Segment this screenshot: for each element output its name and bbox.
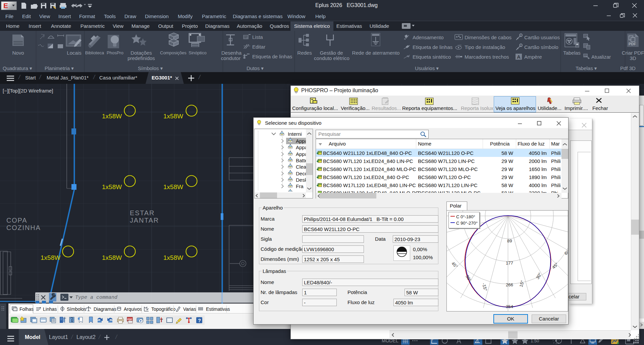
svg-text:1x58W: 1x58W: [102, 183, 122, 190]
svg-text:30°: 30°: [465, 274, 472, 282]
svg-text:15°: 15°: [519, 280, 525, 288]
svg-text:266: 266: [506, 282, 513, 287]
svg-text:JANTAR: JANTAR: [130, 217, 159, 224]
svg-text:PDF: PDF: [629, 42, 636, 46]
svg-text:1x58W: 1x58W: [163, 183, 183, 190]
svg-text:30°: 30°: [535, 272, 543, 280]
svg-text:-15°: -15°: [481, 282, 488, 291]
svg-text:[−][Top][2D Wireframe]: [−][Top][2D Wireframe]: [3, 88, 53, 94]
svg-text:1x58W: 1x58W: [163, 113, 183, 120]
svg-text:177: 177: [506, 261, 513, 266]
svg-text:45°: 45°: [450, 261, 459, 269]
svg-text:102: 102: [458, 44, 462, 47]
svg-text:89: 89: [507, 238, 512, 243]
svg-text:60: 60: [564, 249, 568, 256]
svg-text:1x58W: 1x58W: [163, 254, 183, 261]
svg-text:COZINHA: COZINHA: [6, 224, 41, 231]
svg-text:ESTAR: ESTAR: [130, 209, 155, 217]
svg-text:1x58W: 1x58W: [41, 254, 60, 261]
svg-text:45°: 45°: [551, 262, 559, 270]
svg-text:PDF: PDF: [127, 318, 132, 321]
svg-text:1x58W: 1x58W: [102, 113, 122, 120]
svg-text:1x58W: 1x58W: [102, 254, 122, 261]
svg-text:?: ?: [198, 318, 201, 323]
svg-text:354: 354: [506, 304, 513, 309]
svg-text:A: A: [517, 54, 521, 60]
svg-text:COPA: COPA: [6, 217, 27, 224]
